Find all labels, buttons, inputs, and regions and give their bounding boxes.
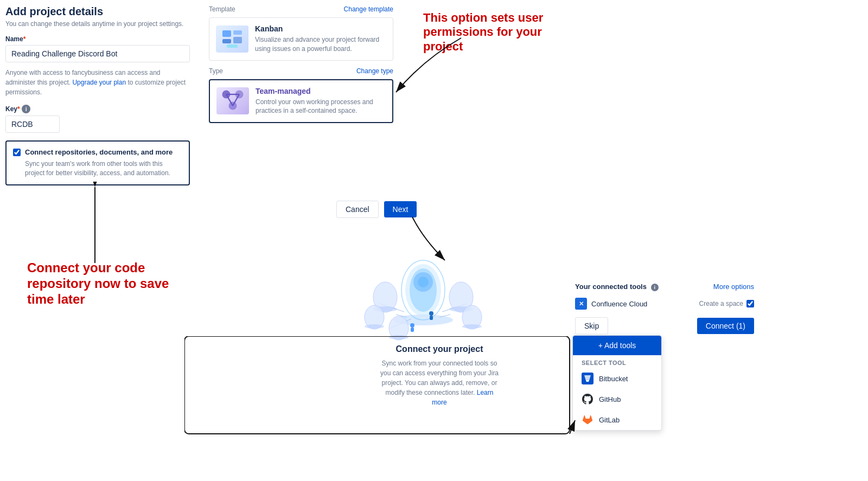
more-options-link[interactable]: More options	[713, 283, 754, 291]
change-type-link[interactable]: Change type	[356, 67, 393, 75]
create-space-label: Create a space	[699, 300, 743, 307]
confluence-tool-row: ✕ Confluence Cloud Create a space	[575, 298, 754, 310]
connected-tools-info-icon[interactable]: i	[651, 284, 659, 291]
template-info: Kanban Visualize and advance your projec…	[255, 24, 386, 54]
add-tools-button[interactable]: + Add tools	[573, 336, 661, 355]
connected-tools-header: Your connected tools i More options	[575, 282, 754, 291]
type-name: Team-managed	[256, 87, 386, 95]
access-text: Anyone with access to fancybusiness can …	[5, 68, 190, 97]
template-name: Kanban	[255, 24, 386, 33]
svg-rect-2	[222, 39, 231, 43]
svg-point-29	[365, 324, 384, 329]
svg-rect-4	[227, 44, 238, 48]
left-panel: Add project details You can change these…	[5, 5, 190, 185]
team-managed-icon	[216, 87, 249, 114]
repository-annotation: Connect your code repository now to save…	[27, 260, 169, 307]
action-buttons: Cancel Next	[336, 201, 417, 218]
gitlab-label: GitLab	[599, 416, 620, 424]
svg-rect-0	[222, 30, 231, 37]
type-header: Type Change type	[209, 67, 393, 75]
svg-point-31	[462, 324, 482, 329]
bitbucket-option[interactable]: Bitbucket	[573, 368, 661, 389]
svg-rect-40	[184, 336, 570, 434]
change-template-link[interactable]: Change template	[344, 5, 393, 13]
connect-repositories-box: Connect repositories, documents, and mor…	[5, 140, 190, 185]
connected-tools-title: Your connected tools	[575, 283, 647, 291]
confluence-icon: ✕	[575, 298, 587, 310]
bitbucket-icon	[582, 373, 593, 384]
github-option[interactable]: GitHub	[573, 389, 661, 409]
key-info-icon[interactable]: i	[22, 105, 30, 113]
skip-button[interactable]: Skip	[575, 317, 608, 335]
connect-project-description: Sync work from your connected tools so y…	[380, 358, 499, 407]
page-subtitle: You can change these details anytime in …	[5, 20, 190, 28]
connect-project-title: Connect your project	[380, 344, 499, 354]
svg-rect-1	[233, 30, 242, 35]
cancel-button[interactable]: Cancel	[336, 201, 379, 218]
svg-point-34	[429, 311, 433, 316]
svg-rect-37	[411, 328, 414, 332]
key-label: Key* i	[5, 105, 190, 113]
github-label: GitHub	[599, 395, 621, 403]
page-title: Add project details	[5, 5, 190, 18]
create-space-checkbox[interactable]	[746, 300, 754, 307]
connect-button[interactable]: Connect (1)	[697, 318, 754, 334]
connect-checkbox-desc: Sync your team's work from other tools w…	[25, 159, 182, 178]
permissions-annotation: This option sets user permissions for yo…	[423, 11, 543, 54]
type-card[interactable]: Team-managed Control your own working pr…	[209, 79, 393, 124]
svg-rect-35	[430, 316, 433, 320]
svg-point-33	[389, 335, 409, 339]
upgrade-link[interactable]: Upgrade your plan	[72, 79, 126, 86]
kanban-icon	[216, 25, 248, 53]
connect-project-panel: Connect your project Sync work from your…	[380, 344, 499, 407]
select-tool-label: SELECT TOOL	[573, 355, 661, 368]
type-description: Control your own working processes and p…	[256, 98, 386, 116]
svg-point-18	[418, 277, 429, 287]
connect-checkbox[interactable]	[13, 149, 21, 156]
connect-checkbox-label: Connect repositories, documents, and mor…	[25, 148, 173, 156]
template-card[interactable]: Kanban Visualize and advance your projec…	[209, 17, 393, 61]
type-label: Type	[209, 67, 223, 75]
confluence-tool-action: Create a space	[699, 300, 754, 307]
next-button[interactable]: Next	[384, 201, 417, 217]
bitbucket-label: Bitbucket	[599, 375, 628, 383]
project-key-input[interactable]	[5, 116, 60, 133]
confluence-tool-name: Confluence Cloud	[591, 300, 647, 308]
template-description: Visualize and advance your project forwa…	[255, 35, 386, 54]
template-label: Template	[209, 5, 235, 13]
gitlab-option[interactable]: GitLab	[573, 409, 661, 430]
svg-point-36	[410, 323, 414, 328]
illustration-area	[347, 233, 499, 343]
confluence-tool-info: ✕ Confluence Cloud	[575, 298, 647, 310]
bottom-action-row: Skip Connect (1)	[575, 317, 754, 335]
name-label: Name*	[5, 35, 190, 43]
add-tools-dropdown: + Add tools SELECT TOOL Bitbucket GitHub…	[572, 335, 662, 431]
type-info: Team-managed Control your own working pr…	[256, 87, 386, 116]
project-name-input[interactable]	[5, 45, 190, 62]
svg-rect-3	[233, 37, 242, 43]
repository-arrow	[81, 182, 108, 268]
connected-tools-panel: Your connected tools i More options ✕ Co…	[575, 282, 754, 335]
github-icon	[582, 393, 593, 405]
gitlab-icon	[582, 414, 593, 426]
template-section: Template Change template Kanban Visualiz…	[209, 5, 393, 123]
template-header: Template Change template	[209, 5, 393, 13]
